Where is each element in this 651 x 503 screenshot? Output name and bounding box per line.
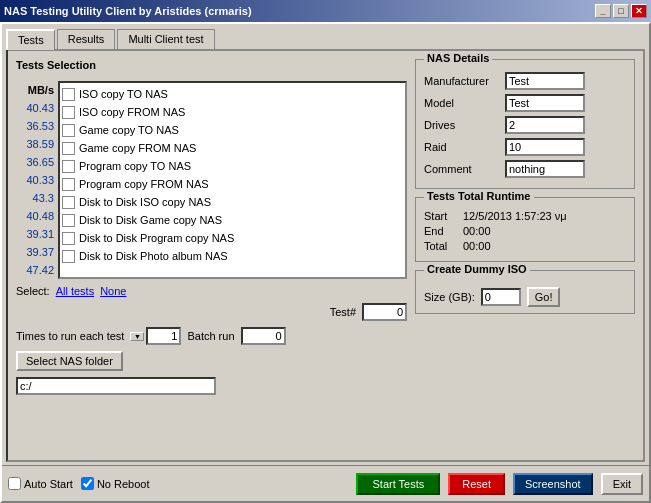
field-raid: Raid [424, 138, 626, 156]
folder-path-input[interactable] [16, 377, 216, 395]
select-label: Select: [16, 285, 50, 297]
reset-button[interactable]: Reset [448, 473, 505, 495]
tests-listbox: ISO copy TO NAS ISO copy FROM NAS Game c… [58, 81, 407, 279]
exit-button[interactable]: Exit [601, 473, 643, 495]
batch-run-label: Batch run [187, 330, 234, 342]
tab-content: Tests Selection MB/s 40.43 36.53 38.59 3… [6, 49, 645, 462]
times-run-spinner: ▼ [130, 327, 181, 345]
mb-val-3: 36.65 [16, 153, 54, 171]
test-checkbox-0[interactable] [62, 88, 75, 101]
test-label-9: Disk to Disk Photo album NAS [79, 250, 228, 262]
test-checkbox-5[interactable] [62, 178, 75, 191]
test-checkbox-6[interactable] [62, 196, 75, 209]
batch-run-input[interactable] [241, 327, 286, 345]
dummy-iso-title: Create Dummy ISO [424, 263, 530, 275]
list-item: ISO copy TO NAS [62, 85, 403, 103]
auto-start-checkbox[interactable] [8, 477, 21, 490]
runtime-end-row: End 00:00 [424, 225, 626, 237]
minimize-button[interactable]: _ [595, 4, 611, 18]
start-value: 12/5/2013 1:57:23 νμ [463, 210, 567, 222]
list-item: Disk to Disk Photo album NAS [62, 247, 403, 265]
close-button[interactable]: ✕ [631, 4, 647, 18]
go-button[interactable]: Go! [527, 287, 561, 307]
test-checkbox-1[interactable] [62, 106, 75, 119]
manufacturer-label: Manufacturer [424, 75, 499, 87]
mb-val-5: 43.3 [16, 189, 54, 207]
test-checkbox-7[interactable] [62, 214, 75, 227]
select-folder-button[interactable]: Select NAS folder [16, 351, 123, 371]
test-checkbox-2[interactable] [62, 124, 75, 137]
comment-input[interactable] [505, 160, 585, 178]
total-value: 00:00 [463, 240, 491, 252]
start-label: Start [424, 210, 459, 222]
tab-multi-client[interactable]: Multi Client test [117, 29, 214, 50]
end-label: End [424, 225, 459, 237]
times-run-label: Times to run each test [16, 330, 124, 342]
content-layout: Tests Selection MB/s 40.43 36.53 38.59 3… [16, 59, 635, 452]
screenshot-button[interactable]: Screenshot [513, 473, 593, 495]
test-label-5: Program copy FROM NAS [79, 178, 209, 190]
nas-details-title: NAS Details [424, 52, 492, 64]
test-num-input[interactable] [362, 303, 407, 321]
times-run-row: Times to run each test ▼ Batch run [16, 327, 407, 345]
test-num-label: Test# [330, 306, 356, 318]
no-reboot-check-row: No Reboot [81, 477, 150, 490]
comment-label: Comment [424, 163, 499, 175]
start-tests-button[interactable]: Start Tests [356, 473, 440, 495]
times-run-input[interactable] [146, 327, 181, 345]
auto-start-check-row: Auto Start [8, 477, 73, 490]
tab-bar: Tests Results Multi Client test [2, 24, 649, 49]
test-label-1: ISO copy FROM NAS [79, 106, 185, 118]
test-checkbox-4[interactable] [62, 160, 75, 173]
mb-val-2: 38.59 [16, 135, 54, 153]
none-link[interactable]: None [100, 285, 126, 297]
drives-label: Drives [424, 119, 499, 131]
dummy-iso-row: Size (GB): Go! [424, 287, 626, 307]
test-label-7: Disk to Disk Game copy NAS [79, 214, 222, 226]
title-bar-buttons: _ □ ✕ [595, 4, 647, 18]
mb-header: MB/s [16, 81, 54, 99]
tab-tests[interactable]: Tests [6, 29, 55, 50]
total-label: Total [424, 240, 459, 252]
end-value: 00:00 [463, 225, 491, 237]
mb-val-7: 39.31 [16, 225, 54, 243]
no-reboot-checkbox[interactable] [81, 477, 94, 490]
test-label-0: ISO copy TO NAS [79, 88, 168, 100]
field-manufacturer: Manufacturer [424, 72, 626, 90]
list-item: ISO copy FROM NAS [62, 103, 403, 121]
no-reboot-label: No Reboot [97, 478, 150, 490]
mb-val-1: 36.53 [16, 117, 54, 135]
list-item: Game copy FROM NAS [62, 139, 403, 157]
field-model: Model [424, 94, 626, 112]
right-panel: NAS Details Manufacturer Model Drives [415, 59, 635, 452]
test-checkbox-9[interactable] [62, 250, 75, 263]
tests-selection-label: Tests Selection [16, 59, 407, 71]
mb-val-0: 40.43 [16, 99, 54, 117]
raid-input[interactable] [505, 138, 585, 156]
arrow-down-icon[interactable]: ▼ [130, 332, 144, 341]
list-item: Game copy TO NAS [62, 121, 403, 139]
list-item: Disk to Disk ISO copy NAS [62, 193, 403, 211]
runtime-start-row: Start 12/5/2013 1:57:23 νμ [424, 210, 626, 222]
tab-results[interactable]: Results [57, 29, 116, 50]
test-checkbox-8[interactable] [62, 232, 75, 245]
auto-start-label: Auto Start [24, 478, 73, 490]
mb-val-4: 40.33 [16, 171, 54, 189]
size-input[interactable] [481, 288, 521, 306]
runtime-total-row: Total 00:00 [424, 240, 626, 252]
test-checkbox-3[interactable] [62, 142, 75, 155]
all-tests-link[interactable]: All tests [56, 285, 95, 297]
field-drives: Drives [424, 116, 626, 134]
folder-path-row [16, 377, 407, 395]
manufacturer-input[interactable] [505, 72, 585, 90]
list-item: Disk to Disk Game copy NAS [62, 211, 403, 229]
drives-input[interactable] [505, 116, 585, 134]
left-panel: Tests Selection MB/s 40.43 36.53 38.59 3… [16, 59, 407, 452]
test-label-6: Disk to Disk ISO copy NAS [79, 196, 211, 208]
list-item: Program copy TO NAS [62, 157, 403, 175]
maximize-button[interactable]: □ [613, 4, 629, 18]
times-run-arrow[interactable]: ▼ [130, 332, 144, 341]
model-input[interactable] [505, 94, 585, 112]
dummy-iso-group: Create Dummy ISO Size (GB): Go! [415, 270, 635, 314]
raid-label: Raid [424, 141, 499, 153]
